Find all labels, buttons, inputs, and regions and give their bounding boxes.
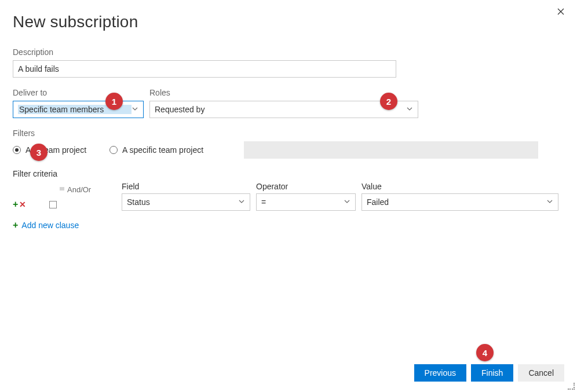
radio-any-team-project[interactable]: Any team project bbox=[13, 145, 86, 155]
add-new-clause-link[interactable]: + Add new clause bbox=[13, 220, 564, 230]
close-button[interactable] bbox=[555, 6, 567, 17]
value-value: Failed bbox=[367, 197, 389, 207]
chevron-down-icon bbox=[238, 197, 245, 207]
chevron-down-icon bbox=[406, 105, 413, 114]
resize-handle-icon[interactable] bbox=[567, 382, 575, 390]
plus-icon: + bbox=[13, 220, 18, 230]
deliver-to-label: Deliver to bbox=[13, 88, 144, 97]
previous-button[interactable]: Previous bbox=[414, 364, 466, 382]
radio-specific-team-project[interactable]: A specific team project bbox=[109, 145, 203, 155]
description-input[interactable]: A build fails bbox=[13, 60, 396, 78]
deliver-to-dropdown[interactable]: Specific team members bbox=[13, 101, 144, 118]
callout-2: 2 bbox=[380, 93, 397, 110]
roles-label: Roles bbox=[149, 88, 418, 97]
row-checkbox[interactable] bbox=[49, 201, 57, 208]
andor-header: And/Or bbox=[67, 185, 91, 194]
roles-dropdown[interactable]: Requested by bbox=[149, 101, 418, 118]
add-new-clause-label: Add new clause bbox=[21, 221, 79, 230]
callout-4: 4 bbox=[476, 344, 494, 361]
chevron-down-icon bbox=[546, 197, 553, 207]
operator-header: Operator bbox=[256, 182, 356, 191]
grip-icon bbox=[59, 185, 65, 193]
close-icon bbox=[557, 8, 564, 15]
radio-specific-label: A specific team project bbox=[122, 145, 203, 155]
remove-clause-icon[interactable]: ✕ bbox=[19, 200, 26, 209]
roles-value: Requested by bbox=[155, 105, 406, 114]
description-value: A build fails bbox=[18, 64, 59, 74]
filter-criteria-label: Filter criteria bbox=[13, 169, 564, 178]
page-title: New subscription bbox=[13, 13, 564, 31]
operator-value: = bbox=[261, 197, 266, 207]
add-clause-icon[interactable]: + bbox=[13, 199, 18, 210]
radio-icon bbox=[109, 146, 118, 154]
callout-3: 3 bbox=[30, 144, 48, 161]
description-label: Description bbox=[13, 47, 564, 57]
chevron-down-icon bbox=[344, 197, 350, 207]
finish-button[interactable]: Finish bbox=[471, 364, 513, 382]
callout-1: 1 bbox=[105, 93, 123, 110]
chevron-down-icon bbox=[132, 105, 138, 114]
operator-dropdown[interactable]: = bbox=[256, 193, 356, 211]
field-dropdown[interactable]: Status bbox=[122, 193, 250, 211]
team-project-disabled-field bbox=[244, 141, 538, 159]
cancel-button[interactable]: Cancel bbox=[518, 364, 564, 382]
field-header: Field bbox=[122, 182, 250, 191]
radio-icon bbox=[13, 146, 21, 154]
value-dropdown[interactable]: Failed bbox=[361, 193, 558, 211]
value-header: Value bbox=[361, 182, 564, 191]
filters-label: Filters bbox=[13, 129, 564, 138]
field-value: Status bbox=[127, 197, 150, 207]
